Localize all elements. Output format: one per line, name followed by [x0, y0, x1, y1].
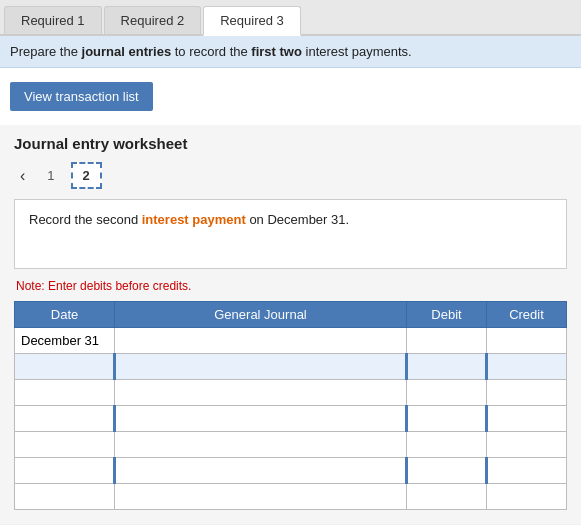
credit-input-0[interactable]: [487, 328, 566, 353]
description-box: Record the second interest payment on De…: [14, 199, 567, 269]
journal-input-1[interactable]: [116, 354, 405, 379]
debit-input-4[interactable]: [407, 432, 486, 457]
table-row-journal-0[interactable]: [115, 328, 407, 354]
table-row-date-0: December 31: [15, 328, 115, 354]
table-row-credit-2[interactable]: [487, 380, 567, 406]
page-2[interactable]: 2: [71, 162, 102, 189]
table-row-debit-5[interactable]: [407, 458, 487, 484]
tab-required1[interactable]: Required 1: [4, 6, 102, 34]
tab-required2[interactable]: Required 2: [104, 6, 202, 34]
instruction-bar: Prepare the journal entries to record th…: [0, 36, 581, 68]
table-row-credit-4[interactable]: [487, 432, 567, 458]
credit-input-1[interactable]: [488, 354, 566, 379]
tabs-container: Required 1 Required 2 Required 3: [0, 0, 581, 36]
journal-input-6[interactable]: [115, 484, 406, 509]
debit-input-1[interactable]: [408, 354, 485, 379]
journal-input-5[interactable]: [116, 458, 405, 483]
view-transaction-button[interactable]: View transaction list: [10, 82, 153, 111]
table-row-credit-3[interactable]: [487, 406, 567, 432]
table-row-date-1: [15, 354, 115, 380]
col-header-journal: General Journal: [115, 302, 407, 328]
description-highlight: interest payment: [142, 212, 246, 227]
table-row-debit-3[interactable]: [407, 406, 487, 432]
table-row-journal-3[interactable]: [115, 406, 407, 432]
table-row-debit-0[interactable]: [407, 328, 487, 354]
table-row-debit-4[interactable]: [407, 432, 487, 458]
table-row-date-3: [15, 406, 115, 432]
col-header-debit: Debit: [407, 302, 487, 328]
table-row-credit-5[interactable]: [487, 458, 567, 484]
debit-input-0[interactable]: [407, 328, 486, 353]
table-row-debit-1[interactable]: [407, 354, 487, 380]
table-row-date-4: [15, 432, 115, 458]
col-header-date: Date: [15, 302, 115, 328]
table-row-journal-5[interactable]: [115, 458, 407, 484]
worksheet-title: Journal entry worksheet: [14, 135, 567, 152]
journal-table: Date General Journal Debit Credit Decemb…: [14, 301, 567, 510]
table-row-credit-6[interactable]: [487, 484, 567, 510]
debit-input-3[interactable]: [408, 406, 485, 431]
journal-input-2[interactable]: [115, 380, 406, 405]
table-row-debit-6[interactable]: [407, 484, 487, 510]
table-row-date-5: [15, 458, 115, 484]
table-row-journal-6[interactable]: [115, 484, 407, 510]
credit-input-3[interactable]: [488, 406, 566, 431]
col-header-credit: Credit: [487, 302, 567, 328]
debit-input-2[interactable]: [407, 380, 486, 405]
credit-input-5[interactable]: [488, 458, 566, 483]
journal-input-0[interactable]: [115, 328, 406, 353]
debit-input-5[interactable]: [408, 458, 485, 483]
page-1[interactable]: 1: [37, 164, 64, 187]
credit-input-6[interactable]: [487, 484, 566, 509]
table-row-journal-1[interactable]: [115, 354, 407, 380]
worksheet-area: Journal entry worksheet ‹ 1 2 Record the…: [0, 125, 581, 524]
pagination: ‹ 1 2: [14, 162, 567, 189]
instruction-bold2: first two: [251, 44, 302, 59]
debit-input-6[interactable]: [407, 484, 486, 509]
table-row-date-2: [15, 380, 115, 406]
note-text: Note: Enter debits before credits.: [14, 279, 567, 293]
credit-input-2[interactable]: [487, 380, 566, 405]
table-row-credit-0[interactable]: [487, 328, 567, 354]
prev-page-arrow[interactable]: ‹: [14, 165, 31, 187]
table-row-journal-4[interactable]: [115, 432, 407, 458]
table-row-debit-2[interactable]: [407, 380, 487, 406]
instruction-bold1: journal entries: [82, 44, 172, 59]
table-row-credit-1[interactable]: [487, 354, 567, 380]
journal-input-4[interactable]: [115, 432, 406, 457]
table-row-date-6: [15, 484, 115, 510]
credit-input-4[interactable]: [487, 432, 566, 457]
journal-input-3[interactable]: [116, 406, 405, 431]
table-row-journal-2[interactable]: [115, 380, 407, 406]
tab-required3[interactable]: Required 3: [203, 6, 301, 36]
